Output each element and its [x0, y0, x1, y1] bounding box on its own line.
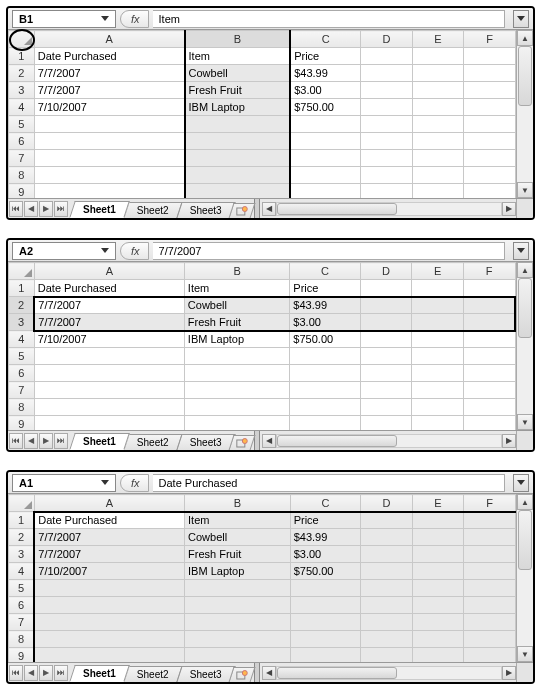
sheet-tab[interactable]: Sheet1 [69, 201, 129, 218]
cell[interactable] [361, 82, 413, 99]
cell[interactable] [412, 99, 464, 116]
tab-nav-next-icon[interactable]: ▶ [39, 665, 53, 681]
row-header[interactable]: 6 [9, 133, 35, 150]
tab-nav-prev-icon[interactable]: ◀ [24, 665, 38, 681]
cell[interactable]: Item [185, 512, 291, 529]
scroll-thumb[interactable] [277, 667, 397, 679]
select-all-corner[interactable] [9, 31, 35, 48]
row-header[interactable]: 1 [9, 48, 35, 65]
scroll-left-icon[interactable]: ◀ [262, 202, 276, 216]
insert-sheet-icon[interactable] [229, 203, 256, 218]
col-header-D[interactable]: D [361, 31, 413, 48]
cell[interactable]: $750.00 [290, 99, 360, 116]
row-header[interactable]: 6 [9, 597, 35, 614]
cell[interactable]: Fresh Fruit [185, 546, 291, 563]
fx-button[interactable]: fx [120, 10, 149, 28]
cell[interactable] [361, 48, 413, 65]
cell[interactable]: 7/7/2007 [34, 529, 184, 546]
cell[interactable]: Fresh Fruit [185, 82, 291, 99]
row-header[interactable]: 7 [9, 382, 35, 399]
formula-input[interactable]: Date Purchased [153, 474, 505, 492]
cell[interactable] [412, 82, 464, 99]
cell[interactable] [464, 82, 516, 99]
cell[interactable]: Cowbell [185, 529, 291, 546]
formula-bar-expand[interactable] [513, 10, 529, 28]
col-header-A[interactable]: A [34, 263, 184, 280]
cell[interactable]: Item [184, 280, 290, 297]
col-header-A[interactable]: A [34, 495, 184, 512]
scroll-down-icon[interactable]: ▼ [517, 646, 533, 662]
col-header-E[interactable]: E [412, 495, 464, 512]
col-header-D[interactable]: D [361, 495, 413, 512]
col-header-B[interactable]: B [185, 495, 291, 512]
tab-nav-first-icon[interactable]: ⏮ [9, 665, 23, 681]
row-header[interactable]: 4 [9, 563, 35, 580]
row-header[interactable]: 9 [9, 184, 35, 199]
chevron-down-icon[interactable] [101, 480, 109, 485]
cell[interactable] [361, 99, 413, 116]
chevron-down-icon[interactable] [101, 248, 109, 253]
row-header[interactable]: 8 [9, 167, 35, 184]
cell[interactable] [464, 48, 516, 65]
cell[interactable]: $43.99 [290, 297, 360, 314]
sheet-tab[interactable]: Sheet1 [69, 665, 129, 682]
col-header-C[interactable]: C [290, 495, 360, 512]
tab-nav-last-icon[interactable]: ⏭ [54, 201, 68, 217]
cell[interactable]: $43.99 [290, 529, 360, 546]
cell[interactable]: 7/7/2007 [34, 82, 184, 99]
scroll-left-icon[interactable]: ◀ [262, 666, 276, 680]
col-header-B[interactable]: B [185, 31, 291, 48]
vertical-scrollbar[interactable]: ▲ ▼ [516, 494, 533, 662]
resize-corner[interactable] [516, 431, 533, 450]
cell[interactable]: IBM Laptop [185, 563, 291, 580]
sheet-tab[interactable]: Sheet1 [69, 433, 129, 450]
sheet-tab[interactable]: Sheet2 [123, 666, 182, 682]
cell[interactable]: Fresh Fruit [184, 314, 290, 331]
row-header[interactable]: 3 [9, 546, 35, 563]
cell[interactable]: 7/10/2007 [34, 99, 184, 116]
row-header[interactable]: 5 [9, 116, 35, 133]
name-box[interactable]: B1 [12, 10, 116, 28]
spreadsheet-grid[interactable]: A B C D E F 1 Date Purchased Item Price … [8, 262, 516, 430]
col-header-F[interactable]: F [463, 263, 515, 280]
tab-nav-last-icon[interactable]: ⏭ [54, 433, 68, 449]
col-header-C[interactable]: C [290, 263, 360, 280]
tab-nav-prev-icon[interactable]: ◀ [24, 433, 38, 449]
scroll-thumb[interactable] [518, 510, 532, 570]
tab-nav-prev-icon[interactable]: ◀ [24, 201, 38, 217]
cell[interactable]: 7/10/2007 [34, 331, 184, 348]
cell[interactable]: 7/7/2007 [34, 65, 184, 82]
col-header-C[interactable]: C [290, 31, 360, 48]
scroll-right-icon[interactable]: ▶ [502, 666, 516, 680]
tab-nav-next-icon[interactable]: ▶ [39, 201, 53, 217]
fx-button[interactable]: fx [120, 242, 149, 260]
insert-sheet-icon[interactable] [229, 435, 256, 450]
cell[interactable]: Date Purchased [34, 48, 184, 65]
sheet-tab[interactable]: Sheet3 [176, 666, 235, 682]
row-header[interactable]: 9 [9, 416, 35, 431]
formula-input[interactable]: Item [153, 10, 505, 28]
col-header-D[interactable]: D [360, 263, 412, 280]
cell[interactable]: $3.00 [290, 82, 360, 99]
cell[interactable]: Price [290, 48, 360, 65]
cell[interactable]: Cowbell [185, 65, 291, 82]
cell[interactable]: $750.00 [290, 563, 360, 580]
row-header[interactable]: 2 [9, 529, 35, 546]
scroll-down-icon[interactable]: ▼ [517, 182, 533, 198]
row-header[interactable]: 2 [9, 65, 35, 82]
tab-split-handle[interactable] [254, 431, 260, 450]
sheet-tab[interactable]: Sheet3 [176, 434, 235, 450]
horizontal-scrollbar[interactable]: ◀ ▶ [262, 201, 516, 217]
horizontal-scrollbar[interactable]: ◀ ▶ [262, 665, 516, 681]
formula-input[interactable]: 7/7/2007 [153, 242, 505, 260]
tab-split-handle[interactable] [254, 663, 260, 682]
scroll-thumb[interactable] [277, 435, 397, 447]
col-header-E[interactable]: E [412, 31, 464, 48]
scroll-up-icon[interactable]: ▲ [517, 262, 533, 278]
sheet-tab[interactable]: Sheet3 [176, 202, 235, 218]
cell[interactable] [412, 48, 464, 65]
row-header[interactable]: 7 [9, 614, 35, 631]
row-header[interactable]: 1 [9, 280, 35, 297]
name-box[interactable]: A1 [12, 474, 116, 492]
cell[interactable]: $43.99 [290, 65, 360, 82]
